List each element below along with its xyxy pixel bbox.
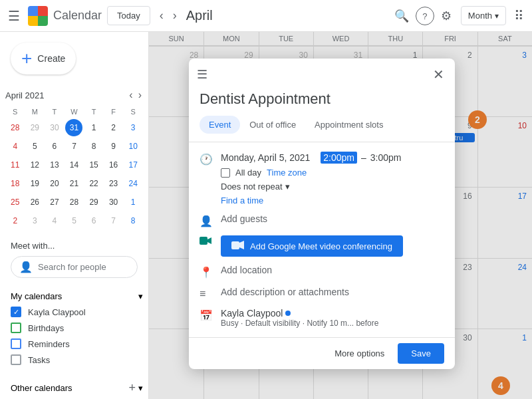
mini-day-25[interactable]: 25 xyxy=(7,194,24,211)
dow-t1: T xyxy=(45,105,65,118)
calendar-checkbox-tasks[interactable] xyxy=(11,354,21,365)
mini-day-2[interactable]: 2 xyxy=(105,119,122,136)
add-location-placeholder[interactable]: Add location xyxy=(221,265,272,275)
mini-day-21[interactable]: 21 xyxy=(65,175,82,192)
other-calendars-header[interactable]: Other calendars + ▾ xyxy=(0,378,148,398)
settings-button[interactable]: ⚙ xyxy=(437,5,456,27)
dow-w: W xyxy=(65,105,84,118)
add-calendar-icon[interactable]: + xyxy=(128,381,136,395)
mini-day-14[interactable]: 14 xyxy=(65,156,82,174)
calendar-checkbox-birthdays[interactable] xyxy=(11,323,21,333)
event-time-start[interactable]: 2:00pm xyxy=(321,152,357,164)
person-icon: 👤 xyxy=(19,261,33,273)
chevron-down-icon: ▾ xyxy=(495,11,499,21)
mini-day-11[interactable]: 11 xyxy=(7,156,24,174)
calendar-item-reminders[interactable]: Reminders xyxy=(0,336,148,352)
clock-icon: 🕐 xyxy=(200,153,213,166)
view-selector[interactable]: Month ▾ xyxy=(461,6,506,25)
event-date: Monday, April 5, 2021 xyxy=(221,152,310,163)
modal-close-button[interactable]: ✕ xyxy=(430,64,447,85)
mini-day-9[interactable]: 9 xyxy=(105,138,122,155)
modal-event-title: Dentist Appointment xyxy=(189,85,455,116)
mini-day-27[interactable]: 27 xyxy=(46,194,63,211)
mini-day-1-may[interactable]: 1 xyxy=(124,194,142,211)
allday-checkbox[interactable] xyxy=(221,168,230,178)
mini-day-31-mar[interactable]: 31 xyxy=(65,119,82,136)
save-button[interactable]: Save xyxy=(398,343,444,364)
mini-day-20[interactable]: 20 xyxy=(46,175,63,192)
mini-day-23[interactable]: 23 xyxy=(105,175,122,192)
create-button[interactable]: + Create xyxy=(11,43,76,74)
mini-day-4-may[interactable]: 4 xyxy=(46,212,63,229)
calendar-area: SUN MON TUE WED THU FRI SAT 28 29 30 31 … xyxy=(149,32,532,399)
apps-icon[interactable]: ⠿ xyxy=(511,5,527,27)
app-header: ☰ Calendar Today ‹ › April 🔍 ? ⚙ Month ▾… xyxy=(0,0,532,32)
mini-day-6-may[interactable]: 6 xyxy=(85,212,102,229)
calendar-item-tasks[interactable]: Tasks xyxy=(0,352,148,368)
mini-day-3[interactable]: 3 xyxy=(124,119,142,136)
mini-day-4[interactable]: 4 xyxy=(7,138,24,155)
mini-day-28[interactable]: 28 xyxy=(65,194,82,211)
add-guests-placeholder[interactable]: Add guests xyxy=(221,213,267,224)
mini-cal-next[interactable]: › xyxy=(137,88,143,102)
mini-day-13[interactable]: 13 xyxy=(46,156,63,174)
calendar-icon: 📅 xyxy=(200,309,213,322)
calendar-checkbox-kayla[interactable]: ✓ xyxy=(11,307,21,317)
mini-day-19[interactable]: 19 xyxy=(26,175,43,192)
mini-day-18[interactable]: 18 xyxy=(7,175,24,192)
calendar-checkbox-reminders[interactable] xyxy=(11,338,21,349)
mini-day-15[interactable]: 15 xyxy=(85,156,102,174)
mini-day-30[interactable]: 30 xyxy=(105,194,122,211)
calendar-item-kayla[interactable]: ✓ Kayla Claypool xyxy=(0,304,148,320)
prev-month-button[interactable]: ‹ xyxy=(156,6,168,25)
my-calendars-section: My calendars ▾ ✓ Kayla Claypool Birthday… xyxy=(0,283,148,373)
next-month-button[interactable]: › xyxy=(169,6,181,25)
timezone-label[interactable]: Time zone xyxy=(267,168,307,178)
mini-day-3-may[interactable]: 3 xyxy=(26,212,43,229)
mini-day-29-mar[interactable]: 29 xyxy=(26,119,43,136)
mini-day-12[interactable]: 12 xyxy=(26,156,43,174)
tab-out-of-office[interactable]: Out of office xyxy=(240,116,305,134)
mini-day-8-may[interactable]: 8 xyxy=(124,212,142,229)
event-time-end[interactable]: 3:00pm xyxy=(370,152,402,163)
other-calendars-section: Other calendars + ▾ xyxy=(0,373,148,399)
tab-event[interactable]: Event xyxy=(200,116,240,134)
add-desc-placeholder[interactable]: Add description or attachments xyxy=(221,287,349,297)
mini-day-28-mar[interactable]: 28 xyxy=(7,119,24,136)
mini-day-30-mar[interactable]: 30 xyxy=(46,119,63,136)
tab-appointment-slots[interactable]: Appointment slots xyxy=(305,116,392,134)
mini-day-16[interactable]: 16 xyxy=(105,156,122,174)
mini-day-8[interactable]: 8 xyxy=(85,138,102,155)
find-time-link[interactable]: Find a time xyxy=(221,196,263,205)
mini-cal-prev[interactable]: ‹ xyxy=(128,88,134,102)
meet-icon-left xyxy=(200,237,213,250)
mini-day-6[interactable]: 6 xyxy=(46,138,63,155)
mini-calendar: April 2021 ‹ › S M T W T F S 28 29 30 31… xyxy=(0,85,148,235)
mini-day-29[interactable]: 29 xyxy=(85,194,102,211)
mini-day-10[interactable]: 10 xyxy=(124,138,142,155)
mini-day-1[interactable]: 1 xyxy=(85,119,102,136)
calendar-item-birthdays[interactable]: Birthdays xyxy=(0,320,148,336)
mini-day-7-may[interactable]: 7 xyxy=(105,212,122,229)
mini-day-7[interactable]: 7 xyxy=(65,138,82,155)
mini-day-26[interactable]: 26 xyxy=(26,194,43,211)
search-button[interactable]: 🔍 xyxy=(390,5,413,27)
more-options-button[interactable]: More options xyxy=(327,344,392,362)
meet-with-section: Meet with... 👤 Search for people xyxy=(0,235,148,283)
mini-day-5[interactable]: 5 xyxy=(26,138,43,155)
today-button[interactable]: Today xyxy=(107,6,150,25)
my-calendars-header[interactable]: My calendars ▾ xyxy=(0,289,148,304)
mini-day-17[interactable]: 17 xyxy=(124,156,142,174)
modal-menu-icon[interactable]: ☰ xyxy=(197,67,207,82)
menu-icon[interactable]: ☰ xyxy=(5,5,23,27)
mini-day-22[interactable]: 22 xyxy=(85,175,102,192)
add-meet-button[interactable]: Add Google Meet video conferencing xyxy=(221,235,403,257)
repeat-button[interactable]: Does not repeat ▾ xyxy=(221,182,290,192)
other-calendars-title: Other calendars xyxy=(11,383,72,393)
mini-day-5-may[interactable]: 5 xyxy=(65,212,82,229)
mini-day-2-may[interactable]: 2 xyxy=(7,212,24,229)
add-guests-row: 👤 Add guests xyxy=(189,209,455,231)
help-button[interactable]: ? xyxy=(416,7,434,25)
mini-day-24[interactable]: 24 xyxy=(124,175,142,192)
search-people-input[interactable]: 👤 Search for people xyxy=(11,256,138,278)
